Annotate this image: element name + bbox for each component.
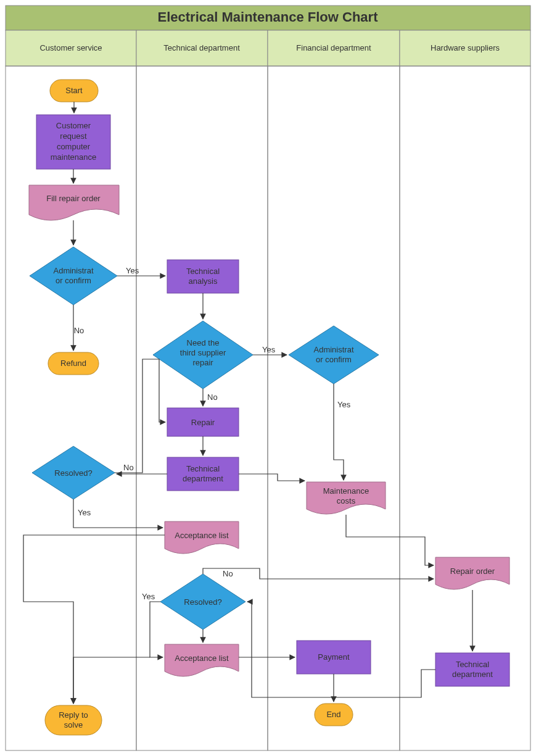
- svg-text:analysis: analysis: [189, 276, 218, 286]
- svg-text:Payment: Payment: [318, 652, 350, 662]
- svg-text:Acceptance list: Acceptance list: [175, 531, 229, 540]
- lane-header-customer-service: Customer service: [39, 43, 102, 52]
- lane-header-hardware: Hardware suppliers: [431, 43, 500, 52]
- label-yes-5: Yes: [142, 592, 155, 601]
- svg-text:department: department: [452, 670, 493, 679]
- svg-text:Need the: Need the: [187, 338, 220, 347]
- svg-text:Technical: Technical: [186, 267, 220, 276]
- flowchart-svg: Electrical Maintenance Flow Chart Custom…: [0, 0, 536, 756]
- svg-rect-7: [400, 66, 530, 750]
- svg-text:repair: repair: [192, 358, 213, 367]
- svg-text:maintenance: maintenance: [51, 152, 96, 162]
- label-no-4: No: [223, 569, 233, 578]
- svg-text:Resolved?: Resolved?: [54, 468, 92, 478]
- label-no: No: [74, 326, 85, 335]
- svg-text:Repair: Repair: [191, 418, 215, 427]
- label-yes-3: Yes: [337, 400, 351, 409]
- svg-text:Administrat: Administrat: [313, 345, 353, 354]
- label-yes-4: Yes: [78, 508, 91, 517]
- chart-title: Electrical Maintenance Flow Chart: [158, 9, 379, 25]
- svg-text:or confirm: or confirm: [316, 355, 352, 364]
- svg-text:third supplier: third supplier: [180, 348, 226, 357]
- label-no-2: No: [207, 393, 218, 402]
- svg-text:solve: solve: [64, 720, 83, 729]
- svg-text:Customer: Customer: [56, 121, 91, 130]
- svg-text:or confirm: or confirm: [56, 276, 91, 285]
- svg-text:Fill repair order: Fill repair order: [46, 194, 101, 203]
- label-no-3: No: [123, 463, 134, 472]
- lane-header-technical: Technical department: [163, 43, 240, 52]
- svg-text:costs: costs: [337, 496, 356, 505]
- svg-text:Refund: Refund: [60, 359, 86, 368]
- svg-text:Repair order: Repair order: [450, 567, 495, 576]
- svg-text:End: End: [326, 710, 340, 719]
- svg-text:Maintenance: Maintenance: [323, 486, 369, 496]
- svg-text:Acceptance list: Acceptance list: [175, 654, 229, 663]
- svg-text:Start: Start: [65, 86, 83, 95]
- svg-text:Administrat: Administrat: [53, 266, 93, 275]
- label-yes-2: Yes: [262, 345, 276, 354]
- svg-text:Reply to: Reply to: [59, 710, 88, 720]
- svg-text:department: department: [183, 474, 223, 483]
- svg-text:Technical: Technical: [456, 660, 489, 669]
- flowchart-page: Electrical Maintenance Flow Chart Custom…: [0, 0, 536, 756]
- svg-text:Resolved?: Resolved?: [184, 597, 221, 607]
- svg-text:request: request: [60, 131, 87, 141]
- svg-text:Technical: Technical: [186, 464, 220, 473]
- svg-text:computer: computer: [57, 142, 91, 151]
- lane-header-financial: Financial department: [296, 43, 371, 52]
- label-yes: Yes: [126, 266, 139, 275]
